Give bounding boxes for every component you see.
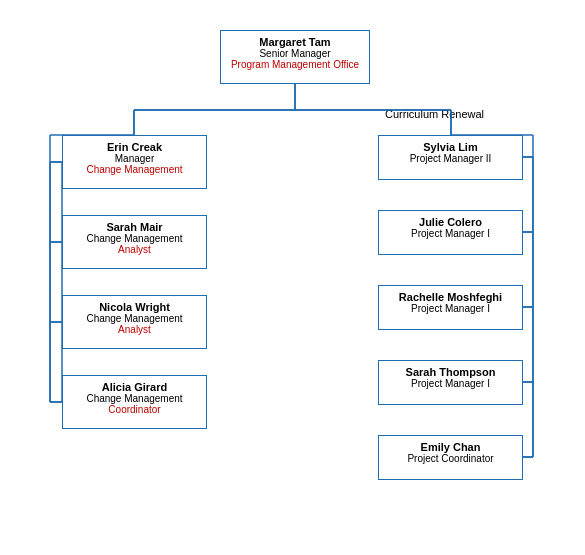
sarah-mair-name: Sarah Mair <box>71 221 198 233</box>
node-nicola: Nicola Wright Change Management Analyst <box>62 295 207 349</box>
nicola-dept: Analyst <box>71 324 198 335</box>
emily-title: Project Coordinator <box>387 453 514 464</box>
alicia-name: Alicia Girard <box>71 381 198 393</box>
root-dept: Program Management Office <box>229 59 361 70</box>
erin-name: Erin Creak <box>71 141 198 153</box>
rachelle-title: Project Manager I <box>387 303 514 314</box>
rachelle-name: Rachelle Moshfeghi <box>387 291 514 303</box>
erin-title: Manager <box>71 153 198 164</box>
sylvia-name: Sylvia Lim <box>387 141 514 153</box>
org-chart: Margaret Tam Senior Manager Program Mana… <box>0 0 585 555</box>
node-alicia: Alicia Girard Change Management Coordina… <box>62 375 207 429</box>
node-julie: Julie Colero Project Manager I <box>378 210 523 255</box>
node-sarah-thompson: Sarah Thompson Project Manager I <box>378 360 523 405</box>
sarah-mair-dept: Analyst <box>71 244 198 255</box>
node-rachelle: Rachelle Moshfeghi Project Manager I <box>378 285 523 330</box>
node-root: Margaret Tam Senior Manager Program Mana… <box>220 30 370 84</box>
emily-name: Emily Chan <box>387 441 514 453</box>
curriculum-label: Curriculum Renewal <box>385 108 484 120</box>
julie-name: Julie Colero <box>387 216 514 228</box>
nicola-name: Nicola Wright <box>71 301 198 313</box>
alicia-title: Change Management <box>71 393 198 404</box>
node-sylvia: Sylvia Lim Project Manager II <box>378 135 523 180</box>
julie-title: Project Manager I <box>387 228 514 239</box>
sylvia-title: Project Manager II <box>387 153 514 164</box>
sarah-thompson-name: Sarah Thompson <box>387 366 514 378</box>
node-emily: Emily Chan Project Coordinator <box>378 435 523 480</box>
node-sarah-mair: Sarah Mair Change Management Analyst <box>62 215 207 269</box>
root-title: Senior Manager <box>229 48 361 59</box>
nicola-title: Change Management <box>71 313 198 324</box>
node-erin: Erin Creak Manager Change Management <box>62 135 207 189</box>
erin-dept: Change Management <box>71 164 198 175</box>
sarah-mair-title: Change Management <box>71 233 198 244</box>
alicia-dept: Coordinator <box>71 404 198 415</box>
sarah-thompson-title: Project Manager I <box>387 378 514 389</box>
root-name: Margaret Tam <box>229 36 361 48</box>
